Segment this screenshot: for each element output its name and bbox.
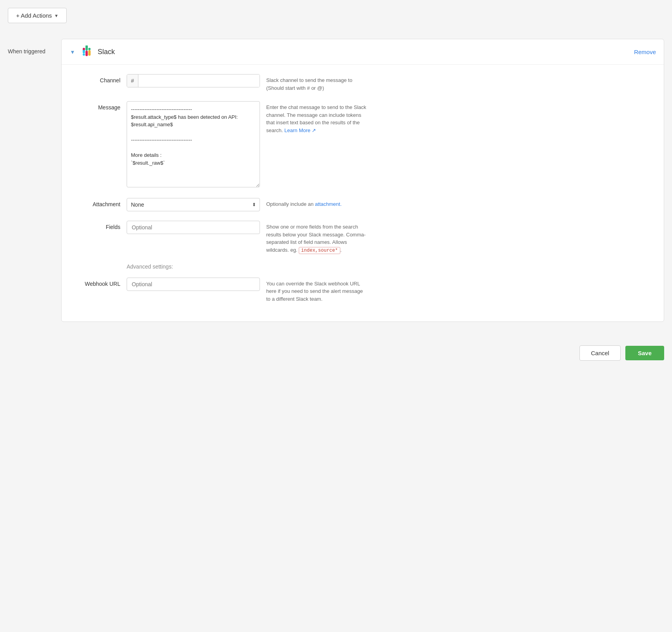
- channel-row: Channel # Slack channel to send the mess…: [73, 74, 652, 92]
- action-card: ▾: [61, 39, 664, 322]
- message-textarea[interactable]: ------------------------------------ $re…: [127, 101, 260, 187]
- app-name: Slack: [98, 48, 115, 56]
- card-header: ▾: [62, 39, 664, 65]
- add-actions-button[interactable]: + Add Actions ▼: [8, 8, 67, 23]
- message-row: Message --------------------------------…: [73, 101, 652, 189]
- attachment-select[interactable]: None: [127, 198, 260, 211]
- svg-rect-1: [85, 45, 88, 51]
- fields-hint-end: .: [340, 247, 342, 253]
- channel-input-wrap: #: [127, 74, 260, 87]
- svg-rect-5: [88, 48, 91, 50]
- svg-rect-7: [83, 48, 85, 50]
- fields-row: Fields Show one or more fields from the …: [73, 221, 652, 254]
- channel-prefix: #: [127, 74, 138, 87]
- chevron-down-icon: ▼: [54, 13, 58, 18]
- attachment-link[interactable]: attachment.: [315, 201, 341, 207]
- page-footer: Cancel Save: [8, 338, 664, 369]
- advanced-settings-label: Advanced settings:: [73, 263, 652, 270]
- message-label: Message: [73, 101, 120, 111]
- when-triggered-section: When triggered ▾: [8, 39, 664, 322]
- learn-more-link[interactable]: Learn More ↗: [284, 127, 316, 133]
- svg-rect-3: [85, 51, 88, 56]
- webhook-row: Webhook URL You can override the Slack w…: [73, 278, 652, 303]
- message-input-wrap: ------------------------------------ $re…: [127, 101, 260, 189]
- fields-hint: Show one or more fields from the search …: [266, 221, 368, 254]
- card-body: Channel # Slack channel to send the mess…: [62, 65, 664, 321]
- fields-label: Fields: [73, 221, 120, 230]
- channel-hint: Slack channel to send the message to (Sh…: [266, 74, 368, 92]
- remove-button[interactable]: Remove: [634, 49, 656, 55]
- collapse-button[interactable]: ▾: [69, 48, 76, 56]
- fields-code-badge: index,source*: [299, 247, 340, 254]
- add-actions-label: + Add Actions: [16, 12, 52, 19]
- slack-icon: [80, 45, 93, 58]
- card-header-left: ▾: [69, 45, 115, 58]
- svg-rect-4: [83, 53, 85, 56]
- channel-input[interactable]: [138, 74, 260, 87]
- svg-rect-6: [88, 53, 91, 56]
- webhook-input[interactable]: [127, 278, 260, 291]
- save-button[interactable]: Save: [625, 346, 664, 360]
- fields-input-wrap: [127, 221, 260, 234]
- attachment-label: Attachment: [73, 198, 120, 207]
- fields-input[interactable]: [127, 221, 260, 234]
- channel-label: Channel: [73, 74, 120, 84]
- webhook-label: Webhook URL: [73, 278, 120, 287]
- attachment-row: Attachment None Optionally include an at…: [73, 198, 652, 211]
- webhook-input-wrap: [127, 278, 260, 291]
- message-hint: Enter the chat message to send to the Sl…: [266, 101, 368, 134]
- message-hint-text: Enter the chat message to send to the Sl…: [266, 104, 366, 133]
- cancel-button[interactable]: Cancel: [579, 345, 621, 361]
- attachment-hint-prefix: Optionally include an: [266, 201, 315, 207]
- trigger-label: When triggered: [8, 39, 55, 54]
- attachment-hint: Optionally include an attachment.: [266, 198, 368, 208]
- attachment-select-wrap: None: [127, 198, 260, 211]
- webhook-hint: You can override the Slack webhook URL h…: [266, 278, 368, 303]
- chevron-down-icon: ▾: [71, 49, 74, 55]
